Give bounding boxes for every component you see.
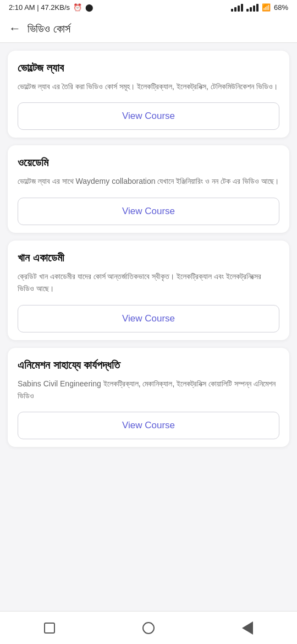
status-bar: 2:10 AM | 47.2KB/s ⏰ ⬤ 📶 68% (0, 0, 297, 15)
data-icon: ⬤ (85, 3, 94, 12)
course-title-3: খান একাডেমী (18, 250, 279, 265)
course-card-1: ভোল্টেজ ল্যাবভোল্টেজ ল্যাব এর তৈরি করা ভ… (8, 51, 289, 138)
status-right: 📶 68% (231, 3, 288, 12)
signal-bars (231, 4, 243, 12)
signal-bars-2 (246, 4, 258, 12)
stop-icon[interactable] (42, 620, 57, 636)
bottom-navigation (0, 611, 297, 644)
course-card-2: ওয়েডেমিভোল্টেজ ল্যাব এর সাথে Waydemy co… (8, 145, 289, 232)
back-icon[interactable] (240, 620, 255, 636)
view-course-button-4[interactable]: View Course (18, 412, 279, 439)
status-time: 2:10 AM | 47.2KB/s (9, 3, 70, 12)
course-desc-1: ভোল্টেজ ল্যাব এর তৈরি করা ভিডিও কোর্স সম… (18, 80, 279, 92)
course-list: ভোল্টেজ ল্যাবভোল্টেজ ল্যাব এর তৈরি করা ভ… (0, 43, 297, 455)
header: ← ভিডিও কোর্স (0, 15, 297, 43)
course-title-2: ওয়েডেমি (18, 155, 279, 170)
course-desc-2: ভোল্টেজ ল্যাব এর সাথে Waydemy collaborat… (18, 175, 279, 187)
status-left: 2:10 AM | 47.2KB/s ⏰ ⬤ (9, 3, 94, 12)
wifi-icon: 📶 (262, 3, 271, 12)
course-desc-3: ক্রেডিট খান একাডেমীর যাদের কোর্স আন্তর্জ… (18, 270, 279, 295)
course-card-4: এনিমেশন সাহায্যে কার্যপদ্ধতিSabins Civil… (8, 348, 289, 447)
battery-indicator: 68% (274, 3, 288, 12)
back-button[interactable]: ← (9, 21, 21, 36)
course-title-4: এনিমেশন সাহায্যে কার্যপদ্ধতি (18, 358, 279, 372)
view-course-button-3[interactable]: View Course (18, 305, 279, 332)
page-title: ভিডিও কোর্স (28, 23, 70, 35)
course-title-1: ভোল্টেজ ল্যাব (18, 61, 279, 75)
view-course-button-2[interactable]: View Course (18, 198, 279, 225)
clock-icon: ⏰ (73, 3, 82, 12)
course-desc-4: Sabins Civil Engineering ইলেকট্রিক্যাল, … (18, 378, 279, 402)
home-icon[interactable] (141, 620, 156, 636)
course-card-3: খান একাডেমীক্রেডিট খান একাডেমীর যাদের কো… (8, 241, 289, 340)
view-course-button-1[interactable]: View Course (18, 102, 279, 130)
